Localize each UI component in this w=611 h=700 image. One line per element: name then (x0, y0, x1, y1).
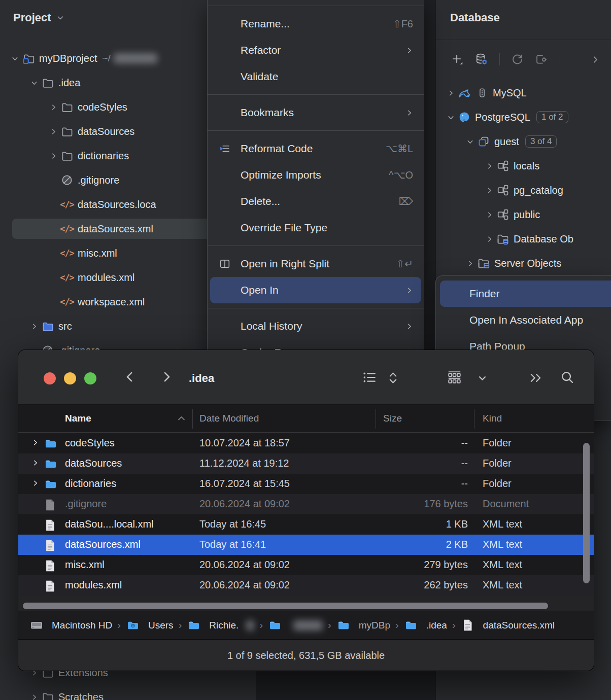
tree-item-pg-catalog[interactable]: pg_catalog (436, 178, 611, 202)
menu-item-optimize-imports[interactable]: Optimize Imports^⌥O (210, 162, 421, 188)
tree-item-label: codeStyles (78, 101, 127, 113)
menu-item-refactor[interactable]: Refactor (210, 37, 421, 63)
chevron-right-icon[interactable] (591, 55, 600, 64)
menu-item-label: Override File Type (241, 222, 413, 234)
project-panel-header[interactable]: Project (13, 11, 64, 24)
menu-item-local-history[interactable]: Local History (210, 313, 421, 339)
tree-item-scratches[interactable]: Scratches (0, 685, 256, 700)
finder-row-dictionaries[interactable]: dictionaries16.07.2024 at 15:45--Folder (18, 474, 594, 494)
add-icon[interactable] (451, 53, 464, 66)
finder-row-datasources[interactable]: dataSources11.12.2024 at 19:12--Folder (18, 453, 594, 474)
chevron-collapsed-icon[interactable] (27, 323, 41, 330)
finder-row-modules-xml[interactable]: modules.xml20.06.2024 at 09:02262 bytesX… (18, 575, 594, 596)
path-segment-users[interactable]: Users (126, 619, 174, 632)
tree-item-server-objects[interactable]: Server Objects (436, 251, 611, 275)
menu-item-label: Validate (241, 71, 413, 83)
menu-item-override-file-type[interactable]: Override File Type (210, 215, 421, 241)
chevron-collapsed-icon[interactable] (444, 89, 457, 97)
search-icon[interactable] (560, 370, 574, 384)
folder-icon (41, 77, 55, 89)
path-segment-mydbp[interactable]: myDBp (336, 619, 390, 632)
close-button[interactable] (44, 372, 56, 384)
chevron-collapsed-icon[interactable] (31, 479, 39, 487)
finder-titlebar[interactable]: .idea (18, 350, 594, 405)
tree-item-locals[interactable]: locals (436, 154, 611, 178)
submenu-item-finder[interactable]: Finder (440, 281, 611, 307)
chevron-collapsed-icon[interactable] (483, 235, 496, 243)
horizontal-scrollbar[interactable] (23, 603, 548, 609)
finder-row-codestyles[interactable]: codeStyles10.07.2024 at 18:57--Folder (18, 433, 594, 453)
minimize-button[interactable] (64, 372, 76, 384)
finder-file-list: codeStyles10.07.2024 at 18:57--Folderdat… (18, 433, 594, 602)
view-switcher-icon[interactable] (388, 371, 398, 385)
menu-item-rename-[interactable]: Rename...⇧F6 (210, 11, 421, 37)
column-divider[interactable] (192, 409, 193, 429)
submenu-item-open-in-associated-app[interactable]: Open In Associated App (440, 307, 611, 333)
path-segment--idea[interactable]: .idea (404, 619, 447, 632)
path-segment-blurred[interactable] (268, 619, 323, 632)
tree-item-public[interactable]: public (436, 202, 611, 227)
forward-icon[interactable] (159, 369, 174, 384)
more-icon[interactable] (528, 372, 544, 384)
menu-item-bookmarks[interactable]: Bookmarks (210, 99, 421, 126)
column-header-kind[interactable]: Kind (483, 413, 502, 424)
list-view-icon[interactable] (362, 370, 377, 384)
chevron-collapsed-icon[interactable] (483, 162, 496, 170)
menu-item-label: Reformat Code (241, 143, 376, 155)
path-segment-label: myDBp (359, 620, 390, 631)
finder-row--gitignore[interactable]: .gitignore20.06.2024 at 09:02176 bytesDo… (18, 494, 594, 514)
chevron-collapsed-icon[interactable] (47, 103, 60, 111)
finder-row-misc-xml[interactable]: misc.xml20.06.2024 at 09:02279 bytesXML … (18, 555, 594, 575)
data-source-settings-icon[interactable] (475, 53, 488, 66)
path-segment-datasources-xml[interactable]: dataSources.xml (461, 619, 555, 632)
chevron-expanded-icon[interactable] (444, 114, 457, 121)
finder-row-datasources-xml[interactable]: dataSources.xmlToday at 16:412 KBXML tex… (18, 535, 594, 555)
column-divider[interactable] (474, 409, 474, 429)
chevron-collapsed-icon[interactable] (47, 128, 60, 135)
submenu-item-label: Finder (469, 288, 603, 300)
path-segment-label: .idea (426, 620, 447, 631)
path-segment-richie-[interactable]: Richie. (187, 619, 254, 632)
tree-item-postgresql[interactable]: PostgreSQL1 of 2 (436, 105, 611, 129)
tree-item-label: Database Ob (514, 233, 573, 245)
file-size: -- (343, 437, 468, 449)
chevron-expanded-icon[interactable] (8, 55, 21, 62)
chevron-collapsed-icon[interactable] (47, 152, 60, 160)
column-header-name[interactable]: Name (65, 413, 91, 424)
finder-row-datasou-local-xml[interactable]: dataSou....local.xmlToday at 16:451 KBXM… (18, 514, 594, 535)
column-divider[interactable] (376, 409, 376, 429)
chevron-collapsed-icon[interactable] (483, 187, 496, 194)
tree-item-mysql[interactable]: MySQL (436, 81, 611, 105)
submenu-arrow-icon (405, 47, 413, 54)
tree-item-guest[interactable]: guest3 of 4 (436, 129, 611, 154)
chevron-collapsed-icon[interactable] (31, 439, 39, 446)
menu-item-reformat-code[interactable]: Reformat Code⌥⌘L (210, 135, 421, 162)
path-segment-macintosh-hd[interactable]: Macintosh HD (29, 619, 112, 632)
chevron-down-icon[interactable] (478, 373, 487, 383)
column-header-size[interactable]: Size (383, 413, 402, 424)
column-header-date[interactable]: Date Modified (199, 413, 259, 424)
chevron-collapsed-icon[interactable] (483, 211, 496, 219)
path-separator-icon: › (117, 619, 121, 631)
group-icon[interactable] (447, 370, 462, 385)
disconnect-icon[interactable] (535, 53, 548, 66)
refresh-icon[interactable] (511, 53, 524, 66)
zoom-button[interactable] (84, 372, 96, 384)
vertical-scrollbar[interactable] (583, 443, 590, 583)
chevron-expanded-icon[interactable] (463, 138, 477, 146)
chevron-collapsed-icon[interactable] (31, 459, 39, 467)
menu-item-shortcut: ⇧F6 (393, 18, 413, 30)
back-icon[interactable] (122, 369, 138, 384)
chevron-collapsed-icon[interactable] (463, 260, 477, 267)
menu-item-open-in-right-split[interactable]: Open in Right Split⇧↵ (210, 251, 421, 277)
menu-item-validate[interactable]: Validate (210, 63, 421, 90)
database-icon (477, 135, 491, 148)
chevron-collapsed-icon[interactable] (27, 693, 41, 700)
menu-item-open-in[interactable]: Open In (210, 277, 421, 303)
chevron-expanded-icon[interactable] (27, 79, 41, 87)
menu-item-delete-[interactable]: Delete...⌦ (210, 188, 421, 215)
menu-separator (208, 6, 424, 6)
date-modified: Today at 16:45 (199, 518, 266, 530)
tree-item-database-ob[interactable]: Database Ob (436, 227, 611, 251)
finder-window-title: .idea (189, 372, 214, 385)
